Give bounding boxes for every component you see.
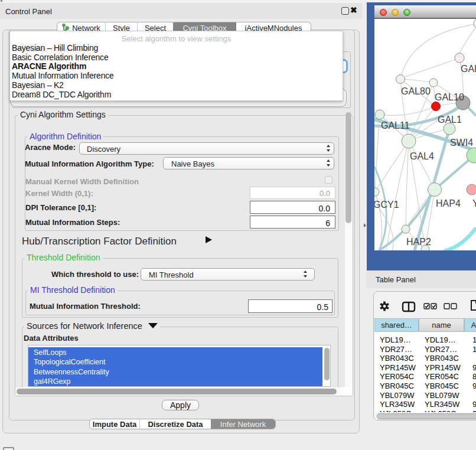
svg-text:GAL10: GAL10	[435, 92, 464, 102]
svg-text:SWI4: SWI4	[450, 138, 473, 148]
svg-text:GAL80: GAL80	[401, 86, 431, 96]
svg-text:GAL11: GAL11	[381, 120, 410, 131]
svg-text:Y: Y	[472, 198, 476, 208]
svg-text:GAL4: GAL4	[410, 151, 434, 161]
svg-text:GAL: GAL	[461, 64, 476, 74]
svg-text:GAL1: GAL1	[438, 115, 462, 125]
svg-text:GCY1: GCY1	[374, 200, 399, 210]
svg-text:HAP2: HAP2	[406, 237, 431, 247]
svg-text:HAP4: HAP4	[436, 198, 461, 208]
